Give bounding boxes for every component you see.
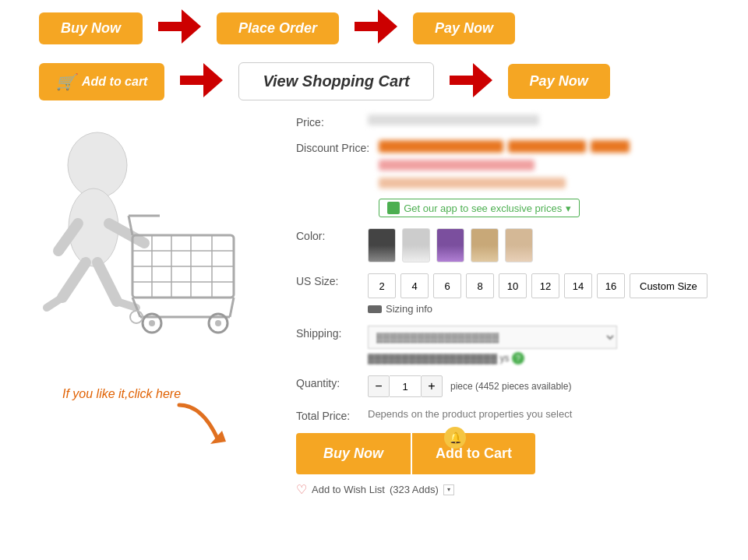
color-label: Color:	[296, 228, 358, 242]
ruler-icon	[368, 305, 382, 313]
total-price-label: Total Price:	[296, 408, 358, 422]
arrow-3-icon	[180, 63, 223, 100]
total-price-row: Total Price: Depends on the product prop…	[296, 408, 732, 422]
sizing-info-link[interactable]: Sizing info	[368, 303, 732, 315]
buy-now-banner-button[interactable]: Buy Now	[39, 12, 143, 44]
discount-price-value: Get our app to see exclusive prices ▾	[379, 140, 732, 217]
add-to-cart-header-button[interactable]: 🛒 Add to cart	[39, 63, 164, 100]
place-order-banner-button[interactable]: Place Order	[217, 12, 339, 44]
discount-price-row: Discount Price: Get our app to see excl	[296, 140, 732, 217]
heart-icon: ♡	[296, 482, 307, 497]
color-swatch-silver[interactable]	[402, 228, 430, 262]
cart-icon: 🛒	[56, 72, 76, 91]
wish-list-link[interactable]: Add to Wish List	[312, 484, 385, 495]
color-swatch-purple[interactable]	[436, 228, 464, 262]
shipping-label: Shipping:	[296, 326, 358, 340]
size-buttons-group: 2 4 6 8 10 12 14 16 Custom Size	[368, 273, 732, 298]
color-swatch-dark[interactable]	[368, 228, 396, 262]
svg-rect-2	[355, 22, 382, 31]
shipping-help-icon[interactable]: ?	[512, 352, 524, 365]
click-arrow-icon	[171, 401, 280, 451]
size-btn-10[interactable]: 10	[499, 273, 527, 298]
left-side: If you like it,click here	[16, 114, 280, 497]
pay-now-second-button[interactable]: Pay Now	[508, 64, 610, 99]
size-btn-8[interactable]: 8	[466, 273, 494, 298]
price-value	[368, 114, 732, 129]
arrow-2-icon	[355, 9, 397, 47]
shipping-row: Shipping: ▓▓▓▓▓▓▓▓▓▓▓▓▓▓▓▓▓▓ ▓▓▓▓▓▓▓▓▓▓▓…	[296, 326, 732, 365]
bell-badge-icon: 🔔	[444, 427, 466, 449]
size-btn-14[interactable]: 14	[564, 273, 592, 298]
svg-point-32	[215, 320, 221, 326]
svg-line-13	[62, 262, 86, 298]
quantity-label: Quantity:	[296, 375, 358, 389]
color-swatch-beige[interactable]	[505, 228, 533, 262]
wish-list-dropdown[interactable]: ▾	[443, 484, 454, 495]
buy-now-main-button[interactable]: Buy Now	[296, 433, 411, 474]
us-size-label: US Size:	[296, 273, 358, 287]
promo-chevron-icon: ▾	[566, 203, 571, 214]
price-row: Price:	[296, 114, 732, 129]
size-btn-12[interactable]: 12	[531, 273, 559, 298]
svg-line-15	[47, 298, 62, 308]
svg-marker-1	[182, 9, 201, 44]
view-shopping-cart-button[interactable]: View Shopping Cart	[238, 62, 433, 100]
right-side: Price: Discount Price:	[296, 114, 732, 497]
quantity-control: − + piece (4452 pieces available)	[368, 375, 732, 397]
size-options: 2 4 6 8 10 12 14 16 Custom Size Sizing i…	[368, 273, 732, 315]
custom-size-button[interactable]: Custom Size	[630, 273, 707, 298]
wish-list-row: ♡ Add to Wish List (323 Adds) ▾	[296, 482, 732, 497]
arrow-4-icon	[450, 63, 492, 100]
svg-rect-4	[180, 76, 207, 85]
svg-rect-6	[450, 76, 477, 85]
svg-line-27	[230, 298, 234, 317]
svg-point-8	[68, 132, 127, 198]
click-here-text: If you like it,click here	[62, 387, 280, 401]
svg-marker-5	[203, 63, 223, 97]
size-btn-6[interactable]: 6	[433, 273, 461, 298]
size-btn-16[interactable]: 16	[597, 273, 625, 298]
size-btn-2[interactable]: 2	[368, 273, 396, 298]
cart-illustration	[16, 114, 265, 379]
color-swatches	[368, 228, 533, 262]
svg-line-12	[97, 262, 117, 301]
discount-price-label: Discount Price:	[296, 140, 369, 154]
quantity-control-area: − + piece (4452 pieces available)	[368, 375, 732, 397]
color-swatch-light[interactable]	[471, 228, 499, 262]
main-content: If you like it,click here Price: Discoun…	[0, 107, 748, 505]
svg-marker-3	[378, 9, 397, 44]
svg-point-31	[149, 320, 155, 326]
action-buttons: Buy Now 🔔 Add to Cart	[296, 433, 732, 474]
quantity-row: Quantity: − + piece (4452 pieces availab…	[296, 375, 732, 397]
total-price-value: Depends on the product properties you se…	[368, 408, 572, 420]
pay-now-banner-button[interactable]: Pay Now	[413, 12, 515, 44]
app-icon	[387, 202, 400, 214]
size-btn-4[interactable]: 4	[400, 273, 429, 298]
arrow-1-icon	[158, 9, 201, 47]
app-promo-button[interactable]: Get our app to see exclusive prices ▾	[379, 199, 580, 217]
color-row: Color:	[296, 228, 732, 262]
second-row: 🛒 Add to cart View Shopping Cart Pay Now	[0, 56, 748, 107]
shipping-value: ▓▓▓▓▓▓▓▓▓▓▓▓▓▓▓▓▓▓ ▓▓▓▓▓▓▓▓▓▓▓▓▓▓▓▓▓▓▓ y…	[368, 326, 732, 365]
svg-rect-0	[158, 22, 185, 31]
us-size-row: US Size: 2 4 6 8 10 12 14 16 Custom Size…	[296, 273, 732, 315]
shipping-days-text: ▓▓▓▓▓▓▓▓▓▓▓▓▓▓▓▓▓▓▓ ys ?	[368, 352, 732, 365]
top-banner: Buy Now Place Order Pay Now	[0, 0, 748, 56]
quantity-input[interactable]	[390, 375, 421, 397]
quantity-available-text: piece (4452 pieces available)	[450, 381, 571, 392]
svg-marker-7	[473, 63, 492, 97]
quantity-increase-button[interactable]: +	[421, 375, 443, 397]
add-to-cart-main-button[interactable]: Add to Cart	[411, 433, 535, 474]
price-label: Price:	[296, 114, 358, 129]
quantity-decrease-button[interactable]: −	[368, 375, 390, 397]
wish-count-text: (323 Adds)	[390, 484, 439, 495]
shipping-select[interactable]: ▓▓▓▓▓▓▓▓▓▓▓▓▓▓▓▓▓▓	[368, 326, 617, 349]
